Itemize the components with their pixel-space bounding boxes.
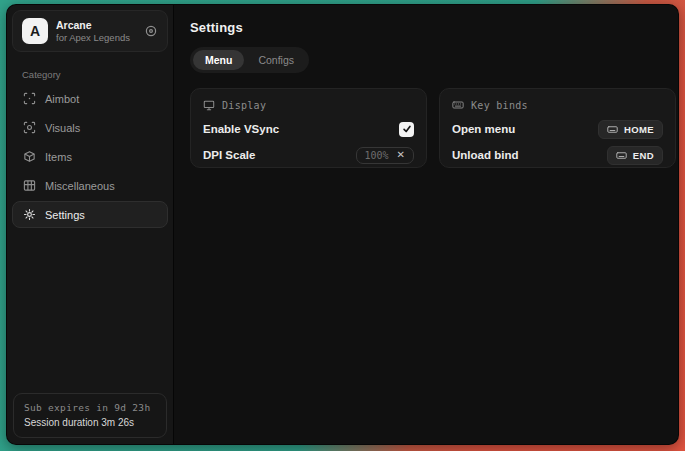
- keybinds-card: Key binds Open menu HOME: [439, 88, 676, 168]
- tab-configs[interactable]: Configs: [246, 50, 306, 70]
- dpi-scale-value: 100%: [365, 150, 389, 161]
- vsync-label: Enable VSync: [203, 123, 279, 135]
- app-name: Arcane: [56, 19, 136, 32]
- sidebar-item-label: Miscellaneous: [45, 180, 115, 192]
- dpi-scale-input[interactable]: 100% ✕: [356, 147, 414, 164]
- open-menu-row: Open menu HOME: [452, 121, 663, 137]
- target-icon[interactable]: [144, 24, 158, 38]
- unload-bind-label: Unload bind: [452, 149, 518, 161]
- dpi-clear-button[interactable]: ✕: [397, 150, 405, 160]
- open-menu-bind-button[interactable]: HOME: [598, 120, 663, 139]
- vsync-checkbox[interactable]: [399, 122, 414, 137]
- page-title: Settings: [190, 20, 676, 35]
- main-content: Settings Menu Configs Display: [174, 5, 679, 444]
- sidebar-item-miscellaneous[interactable]: Miscellaneous: [12, 172, 168, 199]
- desktop-background: A Arcane for Apex Legends Category: [0, 0, 685, 451]
- keybinds-card-header: Key binds: [452, 99, 663, 111]
- sidebar-spacer: [7, 228, 173, 387]
- unload-bind-row: Unload bind END: [452, 147, 663, 163]
- dpi-row: DPI Scale 100% ✕: [203, 147, 414, 163]
- monitor-icon: [203, 99, 215, 111]
- settings-cards: Display Enable VSync DPI Scale 1: [190, 88, 676, 168]
- app-logo-letter: A: [30, 23, 40, 39]
- session-duration-text: Session duration 3m 26s: [24, 417, 156, 428]
- sidebar-item-label: Visuals: [45, 122, 80, 134]
- app-header: A Arcane for Apex Legends: [12, 10, 168, 52]
- app-subtitle: for Apex Legends: [56, 32, 136, 44]
- sub-expiry-text: Sub expires in 9d 23h: [24, 402, 156, 413]
- vsync-row: Enable VSync: [203, 121, 414, 137]
- settings-tabs: Menu Configs: [190, 47, 309, 73]
- dpi-label: DPI Scale: [203, 149, 255, 161]
- grid-icon: [23, 179, 36, 192]
- keybinds-card-title: Key binds: [471, 100, 528, 111]
- check-icon: [402, 124, 412, 134]
- subscription-info: Sub expires in 9d 23h Session duration 3…: [13, 393, 167, 438]
- keyboard-icon: [607, 124, 618, 135]
- crosshair-icon: [23, 92, 36, 105]
- app-logo: A: [22, 18, 48, 44]
- unload-bind-key: END: [633, 150, 654, 161]
- unload-bind-button[interactable]: END: [607, 146, 663, 165]
- sidebar-item-visuals[interactable]: Visuals: [12, 114, 168, 141]
- display-card: Display Enable VSync DPI Scale 1: [190, 88, 427, 168]
- sidebar-item-label: Settings: [45, 209, 85, 221]
- box-icon: [23, 150, 36, 163]
- gear-icon: [23, 208, 36, 221]
- app-titles: Arcane for Apex Legends: [56, 19, 136, 44]
- sidebar-item-settings[interactable]: Settings: [12, 201, 168, 228]
- display-card-title: Display: [222, 100, 266, 111]
- sidebar-item-label: Items: [45, 151, 72, 163]
- sidebar-nav: Aimbot Visuals: [7, 85, 173, 228]
- open-menu-bind-key: HOME: [624, 124, 654, 135]
- keyboard-icon: [452, 99, 464, 111]
- open-menu-label: Open menu: [452, 123, 515, 135]
- sidebar-item-items[interactable]: Items: [12, 143, 168, 170]
- category-label: Category: [22, 69, 173, 80]
- sidebar-item-label: Aimbot: [45, 93, 79, 105]
- tab-menu[interactable]: Menu: [193, 50, 244, 70]
- scan-eye-icon: [23, 121, 36, 134]
- sidebar: A Arcane for Apex Legends Category: [7, 5, 174, 444]
- display-card-header: Display: [203, 99, 414, 111]
- sidebar-item-aimbot[interactable]: Aimbot: [12, 85, 168, 112]
- app-window: A Arcane for Apex Legends Category: [6, 4, 679, 445]
- keyboard-icon: [616, 150, 627, 161]
